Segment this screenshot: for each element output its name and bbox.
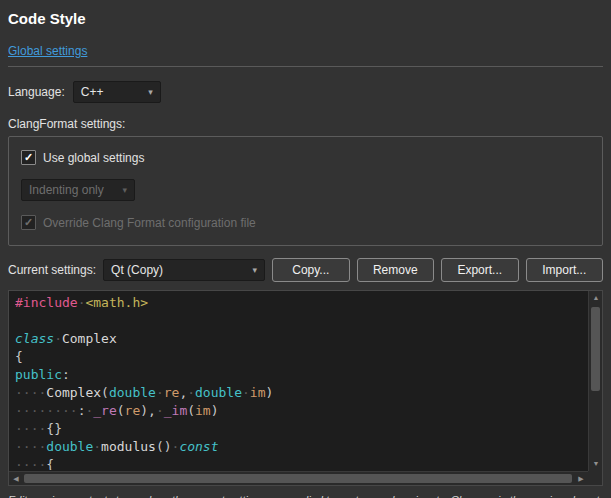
code-token: ···· (15, 385, 46, 400)
code-preview-editor[interactable]: #include·<math.h> class·Complex{public:·… (8, 290, 603, 486)
code-token: {} (46, 421, 62, 436)
code-token: · (93, 439, 101, 454)
current-settings-label: Current settings: (8, 263, 96, 277)
code-token: <math.h> (85, 295, 148, 310)
code-token: ········ (15, 403, 78, 418)
code-token: Complex (46, 385, 101, 400)
check-icon: ✓ (24, 152, 33, 163)
code-token: const (179, 439, 218, 454)
chevron-down-icon: ▾ (253, 265, 258, 275)
code-token: public (15, 367, 62, 382)
code-token: class (15, 331, 54, 346)
scroll-down-icon[interactable]: ▼ (589, 457, 603, 471)
code-token: · (156, 385, 164, 400)
code-token: modulus (101, 439, 156, 454)
chevron-down-icon: ▾ (148, 87, 153, 97)
code-token: ( (101, 385, 109, 400)
code-token: ( (117, 403, 125, 418)
scroll-left-icon[interactable]: ◀ (9, 472, 23, 486)
formatting-mode-value: Indenting only (29, 183, 104, 197)
code-token: () (156, 439, 172, 454)
scroll-up-icon[interactable]: ▲ (589, 291, 603, 305)
clangformat-group-title: ClangFormat settings: (8, 117, 603, 131)
code-token: _re (93, 403, 116, 418)
vertical-scrollbar[interactable]: ▲ ▼ (588, 291, 602, 471)
code-token: ···· (15, 421, 46, 436)
code-style-page: Code Style Global settings Language: C++… (8, 10, 603, 498)
code-token: im (195, 403, 211, 418)
use-global-settings-checkbox[interactable]: ✓ Use global settings (21, 150, 590, 165)
code-token: { (46, 457, 54, 470)
use-global-settings-label: Use global settings (43, 151, 144, 165)
code-token: ···· (15, 457, 46, 470)
code-line: { (15, 348, 586, 366)
code-line: #include·<math.h> (15, 294, 586, 312)
header-divider-row: Global settings (8, 41, 603, 67)
code-token: { (15, 349, 23, 364)
code-line: ····Complex(double·re,·double·im) (15, 384, 586, 402)
code-token: ( (187, 403, 195, 418)
language-label: Language: (8, 85, 65, 99)
code-token: : (62, 367, 70, 382)
code-token: re (164, 385, 180, 400)
code-line (15, 312, 586, 330)
override-config-checkbox[interactable]: ✓ Override Clang Format configuration fi… (21, 215, 590, 230)
code-token: ) (266, 385, 274, 400)
vertical-scrollbar-thumb[interactable] (591, 307, 600, 391)
code-area: #include·<math.h> class·Complex{public:·… (15, 294, 586, 470)
code-token: re (125, 403, 141, 418)
checkbox-box: ✓ (21, 215, 36, 230)
override-config-label: Override Clang Format configuration file (43, 216, 256, 230)
code-token: im (250, 385, 266, 400)
checkbox-box: ✓ (21, 150, 36, 165)
formatting-mode-select[interactable]: Indenting only ▾ (21, 179, 135, 201)
horizontal-scrollbar-thumb[interactable] (24, 474, 572, 483)
language-row: Language: C++ ▾ (8, 81, 603, 103)
chevron-down-icon: ▾ (122, 185, 127, 195)
code-token: ) (211, 403, 219, 418)
code-line: ····double·modulus()·const (15, 438, 586, 456)
code-token: · (242, 385, 250, 400)
current-settings-value: Qt (Copy) (111, 263, 163, 277)
code-line: public: (15, 366, 586, 384)
scrollbar-corner (588, 471, 602, 485)
current-settings-select[interactable]: Qt (Copy) ▾ (103, 259, 265, 281)
code-token: ···· (15, 439, 46, 454)
code-token: _im (164, 403, 187, 418)
check-icon: ✓ (24, 217, 33, 228)
code-token: · (54, 331, 62, 346)
code-token: · (156, 403, 164, 418)
clangformat-group: ✓ Use global settings Indenting only ▾ ✓… (8, 136, 603, 246)
export-button[interactable]: Export... (441, 258, 518, 282)
code-token: · (187, 385, 195, 400)
code-line: ····{ (15, 456, 586, 470)
code-line: class·Complex (15, 330, 586, 348)
import-button[interactable]: Import... (526, 258, 603, 282)
code-token: double (46, 439, 93, 454)
code-line: ········:·_re(re),·_im(im) (15, 402, 586, 420)
global-settings-link[interactable]: Global settings (8, 44, 87, 58)
page-title: Code Style (8, 10, 603, 27)
code-token: double (109, 385, 156, 400)
language-select[interactable]: C++ ▾ (73, 81, 161, 103)
code-token: ), (140, 403, 156, 418)
horizontal-scrollbar[interactable]: ◀ ▶ (9, 471, 588, 485)
code-line: ····{} (15, 420, 586, 438)
scroll-right-icon[interactable]: ▶ (574, 472, 588, 486)
copy-button[interactable]: Copy... (272, 258, 349, 282)
code-token: #include (15, 295, 78, 310)
code-token: Complex (62, 331, 117, 346)
current-settings-row: Current settings: Qt (Copy) ▾ Copy... Re… (8, 258, 603, 282)
code-token: double (195, 385, 242, 400)
remove-button[interactable]: Remove (357, 258, 434, 282)
footer-note: Edit preview contents to see how the cur… (8, 493, 603, 498)
language-value: C++ (81, 85, 104, 99)
